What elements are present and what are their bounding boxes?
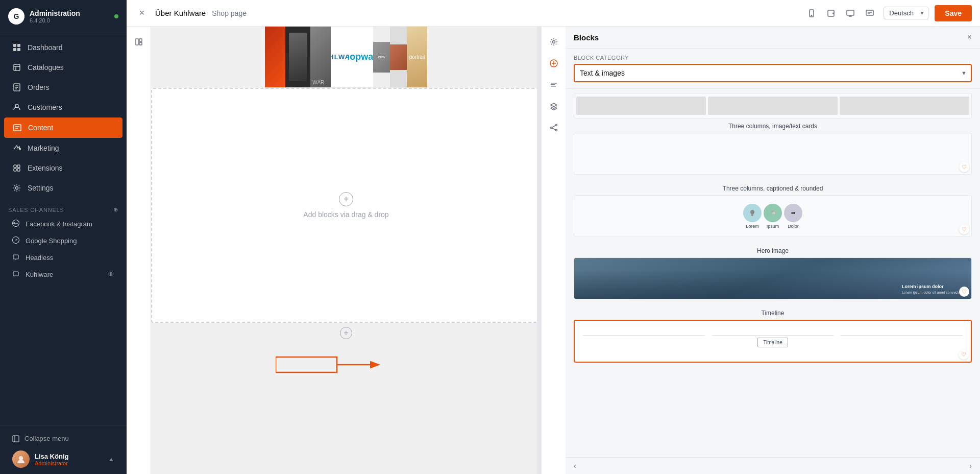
add-section-button[interactable]: +: [340, 327, 352, 339]
sidebar-item-kuhlware[interactable]: Kuhlware 👁: [4, 266, 122, 282]
kuhlware-eye-icon[interactable]: 👁: [108, 271, 114, 278]
svg-point-54: [555, 125, 557, 126]
dashboard-icon: [12, 43, 21, 52]
desktop-view-button[interactable]: [843, 6, 858, 20]
user-name: Lisa König: [35, 453, 103, 460]
image-4: KUHLWARE: [331, 27, 348, 87]
svg-rect-52: [551, 84, 555, 85]
device-icons: [804, 6, 877, 20]
text-tool-button[interactable]: [545, 76, 563, 94]
sidebar-item-label-content: Content: [28, 124, 53, 132]
page-title: Über Kuhlware: [155, 9, 206, 17]
favorite-icon-timeline[interactable]: ♡: [959, 349, 969, 360]
blocks-list: Three columns, image/text cards: [566, 89, 980, 457]
svg-point-32: [811, 15, 812, 16]
scroll-left-button[interactable]: ‹: [572, 461, 578, 471]
svg-point-63: [793, 212, 795, 214]
layout-tool-button[interactable]: [130, 33, 148, 51]
gear-tool-button[interactable]: [545, 33, 563, 51]
close-button[interactable]: ×: [135, 6, 149, 20]
extensions-icon: [12, 163, 21, 173]
blocks-panel-close-button[interactable]: ×: [967, 33, 972, 42]
sidebar-item-label-customers: Customers: [28, 103, 62, 111]
svg-point-56: [550, 127, 552, 129]
block-three-col-rounded-preview[interactable]: Lorem Ipsum: [574, 195, 972, 237]
image-7: [390, 27, 407, 87]
block-three-col-img-preview[interactable]: ♡: [574, 133, 972, 175]
add-section-bottom: +: [340, 323, 352, 343]
sidebar-item-label-marketing: Marketing: [28, 144, 59, 152]
blocks-category-label: Block category: [574, 55, 972, 61]
sidebar-item-orders[interactable]: Orders: [4, 78, 122, 97]
block-hero-label: Hero image: [574, 247, 972, 254]
customers-icon: [12, 103, 21, 112]
user-section: Lisa König Administrator ▲: [8, 445, 118, 468]
svg-rect-43: [139, 42, 142, 45]
headless-icon: [12, 253, 20, 262]
blocks-panel: Blocks × Block category Text & images Co…: [566, 27, 980, 474]
page-subtitle: Shop page: [212, 9, 247, 17]
editor-area: WAR KUHLWARE shopware cow: [127, 27, 541, 474]
sidebar-item-marketing[interactable]: Marketing: [4, 138, 122, 158]
image-6: cow: [373, 27, 390, 87]
user-chevron-icon[interactable]: ▲: [108, 456, 114, 463]
layers-tool-button[interactable]: [545, 97, 563, 115]
svg-rect-4: [14, 64, 20, 70]
svg-point-55: [555, 130, 557, 131]
sidebar-item-label-kuhlware: Kuhlware: [26, 271, 53, 278]
sidebar-item-extensions[interactable]: Extensions: [4, 158, 122, 178]
blocks-category-select[interactable]: Text & images Commerce Text Image Sideba…: [574, 64, 972, 82]
svg-rect-12: [14, 125, 21, 131]
svg-point-47: [552, 41, 555, 43]
favorite-icon-hero[interactable]: ♡: [959, 287, 969, 297]
svg-rect-28: [13, 436, 19, 442]
block-three-col-img-label: Three columns, image/text cards: [574, 123, 972, 130]
sidebar-item-google[interactable]: Google Shopping: [4, 232, 122, 249]
favorite-icon-three-col[interactable]: ♡: [959, 162, 969, 172]
language-selector[interactable]: Deutsch English: [884, 7, 928, 19]
app-logo: G: [8, 8, 24, 25]
block-hero: Hero image Lorem ipsum dolor Lorem ipsum…: [566, 243, 980, 305]
right-sidebar: [541, 27, 566, 474]
svg-rect-35: [847, 10, 854, 15]
add-block-button[interactable]: [545, 54, 563, 73]
svg-rect-38: [866, 10, 873, 15]
block-hero-preview[interactable]: Lorem ipsum dolor Lorem ipsum dolor sit …: [574, 257, 972, 299]
sidebar-item-dashboard[interactable]: Dashboard: [4, 38, 122, 57]
svg-point-30: [19, 456, 23, 460]
app-name: Administration: [30, 9, 109, 17]
orders-icon: [12, 83, 21, 92]
sidebar-item-headless[interactable]: Headless: [4, 249, 122, 266]
sidebar-item-catalogues[interactable]: Catalogues: [4, 58, 122, 77]
tablet-view-button[interactable]: [823, 6, 839, 20]
content-icon: [13, 123, 22, 132]
sidebar-item-content[interactable]: Content: [4, 117, 122, 138]
sidebar-item-customers[interactable]: Customers: [4, 98, 122, 117]
save-button[interactable]: Save: [935, 5, 972, 21]
editor-canvas: WAR KUHLWARE shopware cow: [151, 27, 541, 474]
collapse-menu-label: Collapse menu: [24, 435, 69, 442]
share-tool-button[interactable]: [545, 118, 563, 137]
user-role: Administrator: [35, 460, 103, 466]
image-2: [285, 27, 311, 87]
svg-rect-27: [13, 272, 18, 276]
sidebar-header: G Administration 6.4.20.0: [0, 0, 127, 33]
app-info: Administration 6.4.20.0: [30, 9, 109, 23]
add-sales-channel-button[interactable]: ⊕: [113, 206, 118, 213]
sidebar-item-label-dashboard: Dashboard: [28, 43, 63, 52]
sidebar-item-label-catalogues: Catalogues: [28, 63, 64, 72]
mobile-view-button[interactable]: [804, 6, 819, 20]
content-area: WAR KUHLWARE shopware cow: [127, 27, 980, 474]
collapse-menu-button[interactable]: Collapse menu: [8, 432, 118, 445]
block-timeline: Timeline Timeline: [566, 305, 980, 369]
blocks-panel-title: Blocks: [574, 33, 599, 42]
block-timeline-preview[interactable]: Timeline ♡: [574, 320, 972, 363]
sidebar-item-facebook[interactable]: Facebook & Instagram: [4, 216, 122, 232]
sidebar-item-settings[interactable]: Settings: [4, 178, 122, 198]
favorite-icon-rounded[interactable]: ♡: [959, 224, 969, 234]
svg-rect-25: [13, 255, 18, 259]
canvas-scrollbar[interactable]: [537, 27, 541, 474]
scroll-right-button[interactable]: ›: [967, 461, 974, 471]
list-view-button[interactable]: [862, 6, 877, 20]
blocks-category-section: Block category Text & images Commerce Te…: [566, 49, 980, 89]
